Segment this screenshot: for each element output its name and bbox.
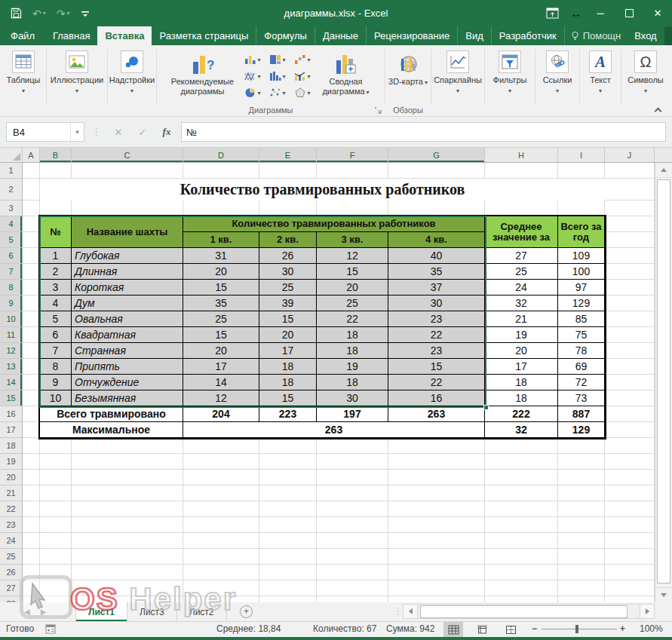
tab-page-layout[interactable]: Разметка страницы <box>152 26 256 45</box>
insert-pie-chart-button[interactable]: ▾ <box>241 87 265 98</box>
row-header-11[interactable]: 11 <box>0 327 22 343</box>
row-8-total-cell[interactable]: 69 <box>558 359 605 375</box>
row-header-5[interactable]: 5 <box>0 232 22 248</box>
row-7-q4-cell[interactable]: 23 <box>388 343 485 359</box>
save-icon[interactable] <box>11 8 22 19</box>
row-header-9[interactable]: 9 <box>0 296 22 311</box>
row-1-num-cell[interactable]: 1 <box>40 248 72 264</box>
row-9-q3-cell[interactable]: 18 <box>317 375 388 390</box>
ribbon-display-options-button[interactable] <box>538 0 566 26</box>
header-cell-year-total[interactable]: Всего за год <box>558 216 605 248</box>
row-header-8[interactable]: 8 <box>0 280 22 296</box>
row-2-q4-cell[interactable]: 35 <box>388 264 485 280</box>
page-break-view-button[interactable] <box>501 622 520 637</box>
totals-q1-cell[interactable]: 204 <box>183 406 259 422</box>
tables-button[interactable]: Таблицы ▾ <box>2 49 45 106</box>
row-2-q3-cell[interactable]: 15 <box>317 264 388 280</box>
row-2-average-cell[interactable]: 25 <box>485 264 558 280</box>
row-header-18[interactable]: 18 <box>0 438 22 454</box>
insert-hierarchy-chart-button[interactable]: ▾ <box>265 54 290 65</box>
row-4-q4-cell[interactable]: 30 <box>388 296 485 311</box>
row-8-name-cell[interactable]: Припять <box>72 359 183 375</box>
row-4-q1-cell[interactable]: 35 <box>183 296 259 311</box>
row-header-6[interactable]: 6 <box>0 248 22 264</box>
row-9-average-cell[interactable]: 18 <box>485 375 558 390</box>
macro-record-icon[interactable] <box>45 624 56 636</box>
row-header-15[interactable]: 15 <box>0 390 22 406</box>
row-header-21[interactable]: 21 <box>0 485 22 501</box>
row-header-23[interactable]: 23 <box>0 517 22 533</box>
row-header-19[interactable]: 19 <box>0 454 22 470</box>
row-header-28[interactable]: 28 <box>0 596 22 602</box>
tab-formulas[interactable]: Формулы <box>256 26 315 45</box>
row-8-num-cell[interactable]: 8 <box>40 359 72 375</box>
scroll-right-icon[interactable] <box>640 604 655 619</box>
row-header-12[interactable]: 12 <box>0 343 22 359</box>
insert-histogram-chart-button[interactable]: ▾ <box>265 71 290 81</box>
row-1-q3-cell[interactable]: 12 <box>317 248 388 264</box>
row-header-2[interactable]: 2 <box>0 179 22 201</box>
row-10-q1-cell[interactable]: 12 <box>183 390 259 406</box>
row-4-q2-cell[interactable]: 39 <box>259 296 317 311</box>
tab-review[interactable]: Рецензирование <box>367 26 458 45</box>
zoom-slider-thumb[interactable] <box>575 625 578 633</box>
row-1-total-cell[interactable]: 109 <box>558 248 605 264</box>
row-3-name-cell[interactable]: Короткая <box>72 280 183 296</box>
row-header-1[interactable]: 1 <box>0 163 22 179</box>
max-value-cell[interactable]: 263 <box>183 422 485 438</box>
column-header-F[interactable]: F <box>317 148 388 162</box>
sheet-nav-left-icon[interactable]: ◀ <box>24 608 30 616</box>
vertical-scroll-thumb[interactable] <box>657 179 670 583</box>
symbols-button[interactable]: Ω Символы ▾ <box>622 49 669 106</box>
page-layout-view-button[interactable] <box>472 622 492 637</box>
name-box[interactable]: B4 ▾ <box>6 122 84 142</box>
row-7-q1-cell[interactable]: 20 <box>183 343 259 359</box>
row-header-25[interactable]: 25 <box>0 549 22 565</box>
row-5-q4-cell[interactable]: 23 <box>388 311 485 327</box>
row-9-name-cell[interactable]: Отчуждение <box>72 375 183 390</box>
column-header-I[interactable]: I <box>558 148 605 162</box>
row-1-average-cell[interactable]: 27 <box>485 248 558 264</box>
select-all-corner[interactable] <box>0 148 23 162</box>
tab-data[interactable]: Данные <box>315 26 367 45</box>
pivot-chart-button[interactable]: Сводная диаграмма <box>315 49 377 106</box>
insert-radar-chart-button[interactable]: ▾ <box>290 87 315 98</box>
redo-button[interactable]: ↷▾ <box>57 8 70 20</box>
row-10-q4-cell[interactable]: 16 <box>388 390 485 406</box>
row-4-name-cell[interactable]: Дум <box>72 296 183 311</box>
header-cell-q3[interactable]: 3 кв. <box>317 232 388 248</box>
row-10-name-cell[interactable]: Безымянная <box>72 390 183 406</box>
insert-waterfall-chart-button[interactable]: ▾ <box>290 54 315 65</box>
header-cell-q4[interactable]: 4 кв. <box>388 232 485 248</box>
links-button[interactable]: Ссылки ▾ <box>536 49 578 106</box>
formula-input[interactable]: № <box>181 122 666 142</box>
row-3-q2-cell[interactable]: 25 <box>259 280 317 296</box>
row-header-27[interactable]: 27 <box>0 580 22 596</box>
column-header-G[interactable]: G <box>388 148 485 162</box>
totals-q4-cell[interactable]: 263 <box>388 406 485 422</box>
collapse-ribbon-button[interactable] <box>652 107 663 115</box>
row-4-total-cell[interactable]: 129 <box>558 296 605 311</box>
filters-button[interactable]: Фильтры ▾ <box>486 49 534 106</box>
worksheet-title-cell[interactable]: Количество травмированных работников <box>40 179 605 201</box>
row-2-q1-cell[interactable]: 20 <box>183 264 259 280</box>
totals-average-cell[interactable]: 222 <box>485 406 558 422</box>
row-5-average-cell[interactable]: 21 <box>485 311 558 327</box>
row-3-num-cell[interactable]: 3 <box>40 280 72 296</box>
sheet-tab-list3[interactable]: Лист3 <box>127 602 177 621</box>
zoom-level[interactable]: 100% <box>640 623 663 634</box>
totals-label-cell[interactable]: Всего травмировано <box>40 406 183 422</box>
status-average[interactable]: Среднее: 18,84 <box>216 623 281 634</box>
totals-year-cell[interactable]: 887 <box>558 406 605 422</box>
row-header-24[interactable]: 24 <box>0 533 22 549</box>
sheet-tab-list1[interactable]: Лист1 <box>75 602 127 621</box>
row-1-q1-cell[interactable]: 31 <box>183 248 259 264</box>
status-count[interactable]: Количество: 67 <box>313 623 376 634</box>
row-2-num-cell[interactable]: 2 <box>40 264 72 280</box>
row-10-total-cell[interactable]: 73 <box>558 390 605 406</box>
sheet-nav-right-icon[interactable]: ▶ <box>41 608 47 616</box>
row-1-q2-cell[interactable]: 26 <box>259 248 317 264</box>
normal-view-button[interactable] <box>443 622 463 637</box>
row-7-q3-cell[interactable]: 18 <box>317 343 388 359</box>
insert-function-icon[interactable]: fx <box>157 126 176 138</box>
